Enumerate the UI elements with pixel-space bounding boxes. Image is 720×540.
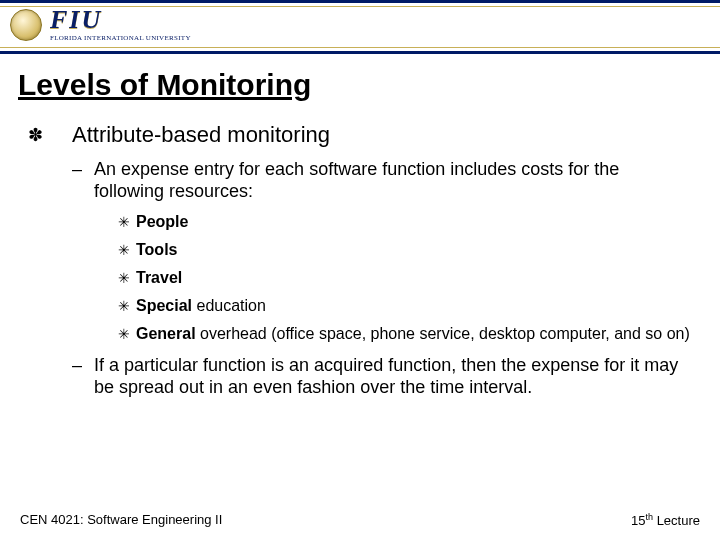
asterisk-icon: ✽	[28, 122, 72, 148]
resource-text: Travel	[136, 268, 182, 288]
asterisk-icon: ✳	[118, 324, 136, 344]
level2-text: If a particular function is an acquired …	[94, 354, 692, 398]
dash-icon: –	[72, 158, 94, 202]
asterisk-icon: ✳	[118, 296, 136, 316]
slide-title: Levels of Monitoring	[18, 68, 720, 102]
list-item: ✳ Travel	[118, 268, 692, 288]
asterisk-icon: ✳	[118, 240, 136, 260]
asterisk-icon: ✳	[118, 212, 136, 232]
footer-left: CEN 4021: Software Engineering II	[20, 512, 222, 528]
slide: FIU FLORIDA INTERNATIONAL UNIVERSITY Lev…	[0, 0, 720, 540]
dash-icon: –	[72, 354, 94, 398]
header-rule-bottom	[0, 47, 720, 48]
resource-list: ✳ People ✳ Tools ✳ Travel ✳ Special educ…	[118, 212, 692, 344]
logo-subtext: FLORIDA INTERNATIONAL UNIVERSITY	[50, 35, 191, 42]
list-item: ✳ Special education	[118, 296, 692, 316]
slide-body: ✽ Attribute-based monitoring – An expens…	[28, 122, 692, 398]
university-name: FIU FLORIDA INTERNATIONAL UNIVERSITY	[50, 7, 191, 42]
resource-text: Special education	[136, 296, 266, 316]
slide-footer: CEN 4021: Software Engineering II 15th L…	[20, 512, 700, 528]
level1-text: Attribute-based monitoring	[72, 122, 330, 148]
footer-right: 15th Lecture	[631, 512, 700, 528]
logo-text: FIU	[50, 7, 102, 33]
bullet-level1: ✽ Attribute-based monitoring	[28, 122, 692, 148]
list-item: ✳ General overhead (office space, phone …	[118, 324, 692, 344]
bullet-level2: – If a particular function is an acquire…	[72, 354, 692, 398]
bullet-level2: – An expense entry for each software fun…	[72, 158, 692, 202]
list-item: ✳ People	[118, 212, 692, 232]
resource-text: Tools	[136, 240, 177, 260]
slide-header: FIU FLORIDA INTERNATIONAL UNIVERSITY	[0, 0, 720, 54]
level2-text: An expense entry for each software funct…	[94, 158, 692, 202]
logo-block: FIU FLORIDA INTERNATIONAL UNIVERSITY	[10, 7, 191, 42]
university-seal-icon	[10, 9, 42, 41]
resource-text: General overhead (office space, phone se…	[136, 324, 690, 344]
asterisk-icon: ✳	[118, 268, 136, 288]
list-item: ✳ Tools	[118, 240, 692, 260]
resource-text: People	[136, 212, 188, 232]
